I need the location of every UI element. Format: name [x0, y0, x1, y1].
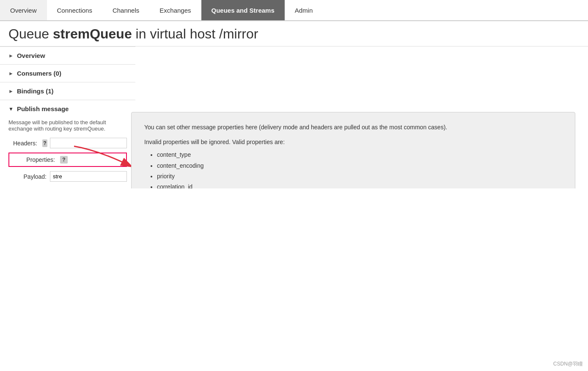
- payload-label: Payload:: [8, 173, 47, 180]
- consumers-section-label: Consumers (0): [17, 70, 61, 77]
- list-item: priority: [157, 171, 562, 182]
- left-panel: ► Overview ► Consumers (0) ► Bindings (1…: [0, 46, 135, 188]
- publish-arrow-icon: ▼: [8, 106, 14, 112]
- publish-section-label: Publish message: [17, 105, 69, 112]
- page-title-suffix: in virtual host /mirror: [132, 26, 258, 41]
- main-content: ► Overview ► Consumers (0) ► Bindings (1…: [0, 46, 588, 188]
- page-title: Queue stremQueue in virtual host /mirror: [0, 21, 588, 46]
- modal-overlay: You can set other message properties her…: [131, 112, 588, 188]
- list-item: content_encoding: [157, 161, 562, 171]
- list-item: correlation_id: [157, 182, 562, 188]
- headers-help-button[interactable]: ?: [42, 139, 47, 147]
- modal-desc-1: You can set other message properties her…: [144, 123, 562, 132]
- modal-properties-list: content_type content_encoding priority c…: [144, 150, 562, 188]
- payload-input[interactable]: [50, 171, 127, 182]
- nav-exchanges[interactable]: Exchanges: [149, 0, 201, 20]
- overview-arrow-icon: ►: [8, 53, 14, 59]
- bindings-section-header[interactable]: ► Bindings (1): [0, 82, 135, 100]
- queue-name: stremQueue: [53, 26, 132, 41]
- top-navigation: Overview Connections Channels Exchanges …: [0, 0, 588, 21]
- bindings-arrow-icon: ►: [8, 88, 14, 94]
- headers-label: Headers:: [8, 140, 37, 147]
- list-item: content_type: [157, 150, 562, 160]
- publish-note: Message will be published to the default…: [0, 117, 135, 135]
- modal-box: You can set other message properties her…: [131, 112, 575, 188]
- nav-channels[interactable]: Channels: [102, 0, 149, 20]
- consumers-section-header[interactable]: ► Consumers (0): [0, 64, 135, 82]
- properties-label: Properties:: [13, 156, 55, 163]
- nav-admin[interactable]: Admin: [285, 0, 323, 20]
- nav-overview[interactable]: Overview: [0, 0, 47, 20]
- consumers-arrow-icon: ►: [8, 71, 14, 76]
- nav-connections[interactable]: Connections: [47, 0, 102, 20]
- publish-section-header[interactable]: ▼ Publish message: [0, 100, 135, 117]
- nav-queues-and-streams[interactable]: Queues and Streams: [201, 0, 285, 20]
- bindings-section-label: Bindings (1): [17, 87, 54, 95]
- overview-section-label: Overview: [17, 52, 45, 59]
- page-title-prefix: Queue: [8, 26, 53, 41]
- modal-desc-2: Invalid properties will be ignored. Vali…: [144, 139, 562, 145]
- overview-section-header[interactable]: ► Overview: [0, 46, 135, 64]
